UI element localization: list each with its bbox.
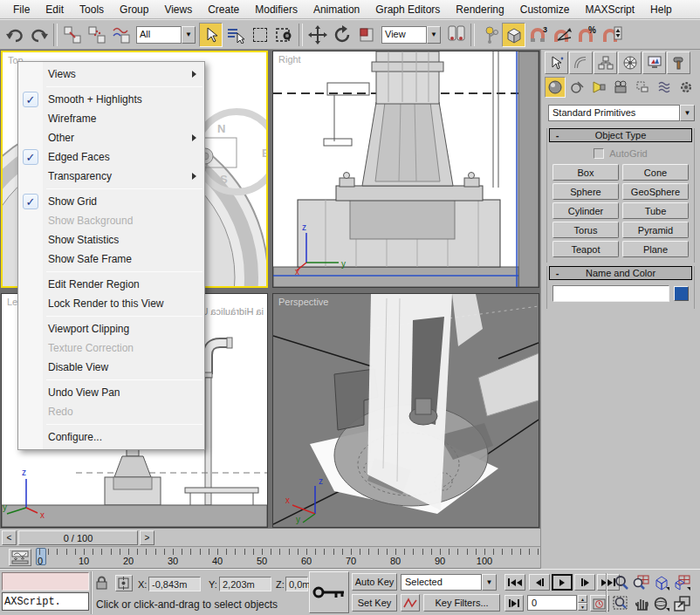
go-to-start-button[interactable] xyxy=(504,574,525,591)
previous-frame-arrow-button[interactable]: < xyxy=(2,530,17,545)
category-space-warps[interactable] xyxy=(654,77,675,98)
menu-create[interactable]: Create xyxy=(200,1,247,18)
object-name-input[interactable] xyxy=(552,285,669,302)
key-mode-toggle-button[interactable] xyxy=(504,595,524,612)
menu-tools[interactable]: Tools xyxy=(72,1,112,18)
category-cameras[interactable] xyxy=(610,77,631,98)
spinner-snap-button[interactable] xyxy=(600,23,623,47)
snaps-toggle-button[interactable] xyxy=(502,23,525,47)
menu-item-undo-view-pan[interactable]: Undo View Pan xyxy=(18,383,204,402)
category-systems[interactable] xyxy=(676,77,697,98)
spinner-up-icon[interactable]: ▲ xyxy=(578,595,587,603)
box-button[interactable]: Box xyxy=(552,164,619,181)
menu-group[interactable]: Group xyxy=(112,1,156,18)
maxscript-mini-listener[interactable]: AXScript. xyxy=(2,592,89,611)
menu-item-disable-view[interactable]: Disable View xyxy=(18,358,204,377)
menu-item-lock-render[interactable]: Lock Render to this View xyxy=(18,294,204,313)
menu-item-show-grid[interactable]: ✓Show Grid xyxy=(18,192,204,211)
tab-display[interactable] xyxy=(642,51,666,74)
select-and-manipulate-button[interactable] xyxy=(477,23,501,47)
menu-item-configure[interactable]: Configure... xyxy=(18,427,204,447)
select-object-button[interactable] xyxy=(199,23,223,47)
use-pivot-point-center-button[interactable] xyxy=(444,23,468,47)
x-coordinate-field[interactable]: -0,843m xyxy=(148,577,201,591)
previous-frame-button[interactable] xyxy=(529,574,550,591)
tube-button[interactable]: Tube xyxy=(622,202,689,219)
cylinder-button[interactable]: Cylinder xyxy=(552,202,619,219)
menu-views[interactable]: Views xyxy=(156,1,200,18)
min-max-toggle-button[interactable] xyxy=(672,594,692,612)
menu-modifiers[interactable]: Modifiers xyxy=(247,1,305,18)
pyramid-button[interactable]: Pyramid xyxy=(622,222,689,238)
redo-button[interactable] xyxy=(27,23,51,47)
menu-edit[interactable]: Edit xyxy=(38,1,72,18)
z-coordinate-field[interactable]: 0,0m xyxy=(285,577,308,591)
zoom-all-button[interactable] xyxy=(631,573,651,591)
bind-to-space-warp-button[interactable] xyxy=(109,23,133,47)
frame-spinner[interactable]: ▲▼ xyxy=(578,595,587,611)
category-helpers[interactable] xyxy=(632,77,653,98)
category-shapes[interactable] xyxy=(566,77,587,98)
maxscript-mini-listener-macro[interactable] xyxy=(2,572,89,591)
default-in-out-tangents-button[interactable] xyxy=(401,594,420,612)
menu-item-transparency[interactable]: Transparency xyxy=(18,167,204,186)
viewport-perspective[interactable]: Perspective xyxy=(272,293,539,528)
zoom-extents-button[interactable] xyxy=(651,573,671,591)
object-type-rollout-header[interactable]: - Object Type xyxy=(549,128,692,142)
selection-set-dropdown[interactable]: Selected ▼ xyxy=(401,574,497,591)
select-by-name-button[interactable] xyxy=(223,23,247,47)
play-button[interactable] xyxy=(552,574,573,591)
menu-item-edged-faces[interactable]: ✓Edged Faces xyxy=(18,147,204,167)
tab-motion[interactable] xyxy=(618,51,642,74)
name-color-rollout-header[interactable]: - Name and Color xyxy=(549,266,692,280)
zoom-button[interactable] xyxy=(611,573,631,591)
tab-modify[interactable] xyxy=(569,51,593,74)
undo-button[interactable] xyxy=(3,23,26,47)
menu-file[interactable]: File xyxy=(5,1,38,18)
reference-coordinate-system-dropdown[interactable]: View ▼ xyxy=(381,26,441,44)
next-frame-button[interactable] xyxy=(574,574,595,591)
plane-button[interactable]: Plane xyxy=(622,241,689,257)
teapot-button[interactable]: Teapot xyxy=(552,241,619,257)
cone-button[interactable]: Cone xyxy=(622,164,689,181)
menu-maxscript[interactable]: MAXScript xyxy=(577,1,642,18)
menu-help[interactable]: Help xyxy=(642,1,680,18)
torus-button[interactable]: Torus xyxy=(552,222,619,238)
menu-item-other[interactable]: Other xyxy=(18,128,204,147)
select-and-move-button[interactable] xyxy=(305,23,329,47)
angle-snap-button[interactable] xyxy=(551,23,574,47)
viewport-right[interactable]: Right xyxy=(272,51,539,288)
percent-snap-button[interactable]: % xyxy=(575,23,599,47)
dropdown-arrow-icon[interactable]: ▼ xyxy=(182,26,196,44)
menu-customize[interactable]: Customize xyxy=(512,1,578,18)
menu-item-smooth-highlights[interactable]: ✓Smooth + Highlights xyxy=(18,90,204,109)
select-and-link-button[interactable] xyxy=(60,23,84,47)
tab-utilities[interactable] xyxy=(667,51,690,74)
snap-3d-button[interactable]: 3 xyxy=(526,23,550,47)
menu-animation[interactable]: Animation xyxy=(305,1,367,18)
menu-graph-editors[interactable]: Graph Editors xyxy=(367,1,448,18)
menu-rendering[interactable]: Rendering xyxy=(448,1,511,18)
region-zoom-button[interactable] xyxy=(611,594,631,612)
select-and-scale-button[interactable] xyxy=(354,23,378,47)
sphere-button[interactable]: Sphere xyxy=(552,183,619,200)
menu-item-show-statistics[interactable]: Show Statistics xyxy=(18,230,204,249)
y-coordinate-field[interactable]: 2,203m xyxy=(219,577,271,591)
menu-item-show-safe-frame[interactable]: Show Safe Frame xyxy=(18,249,204,269)
rollout-collapse-icon[interactable]: - xyxy=(552,130,562,140)
menu-item-edit-render-region[interactable]: Edit Render Region xyxy=(18,275,204,294)
zoom-extents-all-button[interactable] xyxy=(672,573,692,591)
dropdown-arrow-icon[interactable]: ▼ xyxy=(680,105,695,121)
rectangular-selection-region-button[interactable] xyxy=(248,23,271,47)
window-crossing-button[interactable] xyxy=(272,23,296,47)
tab-create[interactable] xyxy=(545,51,568,74)
time-slider-button[interactable]: 0 / 100 xyxy=(18,530,138,545)
category-lights[interactable] xyxy=(588,77,609,98)
set-key-button[interactable]: Set Key xyxy=(352,594,397,612)
menu-item-wireframe[interactable]: Wireframe xyxy=(18,109,204,128)
key-filters-button[interactable]: Key Filters... xyxy=(423,594,500,612)
dropdown-arrow-icon[interactable]: ▼ xyxy=(427,26,441,44)
current-frame-field[interactable]: 0 xyxy=(527,595,577,611)
category-geometry[interactable] xyxy=(545,77,566,98)
selection-filter-dropdown[interactable]: All ▼ xyxy=(136,26,196,44)
